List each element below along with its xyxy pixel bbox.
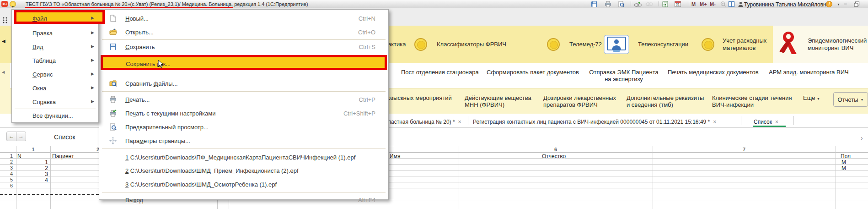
command-form-package[interactable]: Сформировать пакет документов [487,69,579,76]
section-item-teleconsult[interactable]: Телеконсультации [638,41,688,48]
main-menu-button[interactable]: ▼ [10,1,16,7]
command-clinical-stages[interactable]: Клинические стадии течения ВИЧ-инфекции [712,94,792,108]
section-item-supplies[interactable]: Учет расходных материалов [723,37,766,52]
tab-separator [793,116,794,125]
section-item-classifiers[interactable]: Классификаторы ФРВИЧ [437,41,506,48]
back-arrow-icon: ← [9,133,14,139]
table-cell-n[interactable]: 2 [16,165,48,171]
annotation-red-line [25,7,233,8]
close-icon[interactable]: × [713,119,716,125]
close-icon[interactable]: × [458,119,461,125]
submenu-arrow-icon: ▶ [91,99,94,104]
menu-item-help[interactable]: Справка ▶ [12,95,98,109]
command-send-emk[interactable]: Отправка ЭМК Пациента на экспертизу [589,69,659,82]
calendar-day: 31 [675,3,680,6]
print-preview-icon[interactable] [618,1,625,7]
command-dosages[interactable]: Дозировки лекарственных препаратов ФРВИЧ [543,94,616,108]
menu-item-recent-file-3[interactable]: 3 C:\Users\turt\Downloads\ШМД_ОсмотрРебе… [99,177,387,191]
row-number[interactable]: 4 [0,171,13,176]
command-extra-attributes[interactable]: Дополнительные реквизиты и сведения (тмб… [627,94,704,108]
command-arm-monitoring[interactable]: АРМ эпид. мониторинга ВИЧ [769,69,849,76]
row-number[interactable]: 5 [0,177,13,182]
menu-item-table[interactable]: Таблица ▶ [12,54,98,67]
menu-item-view[interactable]: Вид ▶ [12,40,98,54]
back-button[interactable]: ← [6,132,16,141]
expand-chevron-icon[interactable]: › [861,134,863,142]
tab-hospital[interactable]: ластная больница № 20) *× [388,117,461,126]
menu-item-save-as[interactable]: Сохранить как... [101,55,387,70]
submenu-arrow-icon: ▶ [91,16,94,20]
menu-item-print[interactable]: Печать... Ctrl+P [99,93,387,106]
reports-button[interactable]: Отчеты ▼ [833,92,868,107]
menu-item-all-functions[interactable]: Все функции... [12,110,98,121]
menu-item-edit[interactable]: Правка ▶ [12,26,98,40]
restore-window-button[interactable] [853,1,860,7]
section-item-cut[interactable]: актика [388,41,406,48]
toolbar-separator [689,1,689,6]
forward-button[interactable]: → [16,132,26,141]
info-button[interactable]: i [826,1,832,7]
memory-m-button[interactable]: M [691,1,696,7]
menu-item-print-current-settings[interactable]: Печать с текущими настройками Ctrl+Shift… [99,106,387,120]
collapse-panel-icon[interactable]: ◀ [2,38,5,44]
chevron-down-icon: ▼ [861,98,864,101]
row-number[interactable]: 1 [0,153,13,159]
file-menu-dropdown: Новый... Ctrl+N Открыть... Ctrl+O Сохран… [99,9,389,200]
menu-item-exit[interactable]: Выход Alt+F4 [99,193,387,207]
split-window-icon[interactable] [728,1,735,7]
close-icon[interactable]: × [775,119,778,125]
print-icon[interactable] [605,1,611,7]
grip-dots-icon[interactable] [2,16,8,24]
minimize-button[interactable]: – [844,0,847,7]
menu-item-page-setup[interactable]: Параметры страницы... [99,134,387,148]
command-post-stationary[interactable]: Пост отделения стационара [401,69,479,76]
mouse-cursor-icon [158,60,164,68]
row-number[interactable]: 6 [0,183,13,188]
memory-m-minus-button[interactable]: M- [710,1,716,7]
table-cell-n[interactable]: 3 [16,171,48,177]
submenu-arrow-icon: ▶ [91,44,94,49]
active-tab-underline [753,126,786,127]
menu-item-file[interactable]: Файл ▶ [14,10,105,24]
menu-item-open[interactable]: Открыть... Ctrl+O [99,25,387,39]
menu-item-recent-file-2[interactable]: 2 C:\Users\turt\Downloads\ШМД_Прием_Инфе… [99,164,387,177]
tab-list-active[interactable]: Список× [754,117,778,126]
command-active-substances[interactable]: Действующие вещества МНН (ФРВИЧ) [465,94,531,108]
command-search-activities[interactable]: озыскных мероприятий [387,94,452,101]
new-document-icon [109,15,117,22]
menu-item-recent-file-1[interactable]: 1 C:\Users\turt\Downloads\ПФ_Медицинская… [99,150,387,164]
collapse-panel-icon[interactable]: ◀ [2,70,5,74]
teleconsult-icon [604,35,629,54]
command-print-docs[interactable]: Печать медицинских документов [668,69,759,76]
link-icon[interactable] [634,1,642,7]
column-number[interactable]: 6 [459,147,653,152]
table-cell-gender[interactable]: М [841,165,846,171]
shortcut-label: Alt+F4 [358,197,375,204]
menu-item-save[interactable]: Сохранить Ctrl+S [99,40,387,54]
table-cell-gender[interactable]: М [841,159,846,165]
menu-item-windows[interactable]: Окна ▶ [12,81,98,95]
table-cell-n[interactable]: 1 [16,159,48,165]
open-folder-icon [109,28,117,36]
more-button[interactable]: Еще ▼ [803,94,820,101]
memory-m-plus-button[interactable]: M+ [700,1,707,7]
chevron-down-icon: ▼ [11,5,15,8]
column-number[interactable]: 7 [653,147,836,152]
menu-item-service[interactable]: Сервис ▶ [12,67,98,81]
calendar-icon[interactable]: 31 [675,1,681,7]
section-item-hiv-monitoring[interactable]: Эпидемиологический мониторинг ВИЧ [808,37,867,52]
menu-item-print-preview[interactable]: Предварительный просмотр... [99,120,387,134]
calculator-icon[interactable] [662,1,669,7]
column-number[interactable]: 1 [16,147,50,152]
list-title: Список [54,133,75,141]
submenu-arrow-icon: ▶ [91,30,94,35]
tab-contact-registration[interactable]: Регистрация контактных лиц пациента с ВИ… [473,117,716,126]
menu-item-compare-files[interactable]: Сравнить файлы... [99,77,387,90]
save-icon[interactable] [591,1,598,7]
chevron-down-icon[interactable]: ▼ [837,3,840,6]
toolbar-separator [659,1,659,6]
table-cell-n[interactable]: 4 [16,177,48,183]
row-number[interactable]: 3 [0,165,13,170]
row-number[interactable]: 2 [0,159,13,165]
menu-item-new[interactable]: Новый... Ctrl+N [99,11,387,25]
